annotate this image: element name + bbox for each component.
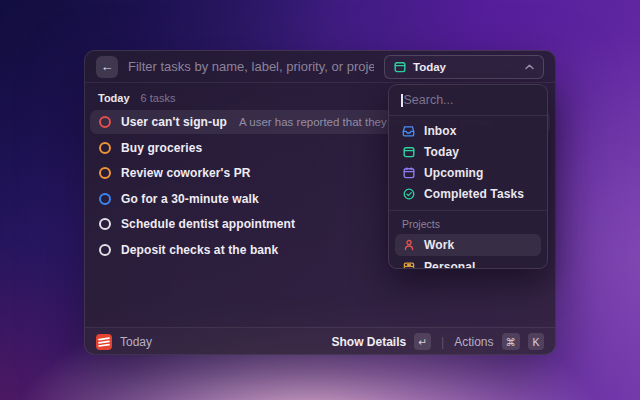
dropdown-search-placeholder: Search... [404, 93, 454, 107]
menu-item-label: Today [424, 145, 459, 159]
dropdown-search-input[interactable]: Search... [389, 85, 547, 116]
actions-button[interactable]: Actions [454, 335, 493, 349]
menu-item-today[interactable]: Today [395, 142, 541, 162]
section-title: Today [98, 92, 130, 104]
menu-item-label: Personal [424, 260, 476, 269]
person-icon [402, 239, 415, 251]
show-details-button[interactable]: Show Details [332, 335, 407, 349]
box-icon [402, 261, 415, 269]
task-title: Buy groceries [121, 141, 202, 155]
section-count: 6 tasks [141, 92, 176, 104]
priority-circle-icon [99, 193, 111, 205]
priority-circle-icon [99, 244, 111, 256]
view-dropdown-button[interactable]: Today [384, 55, 544, 79]
k-key-badge: K [528, 333, 544, 350]
inbox-icon [402, 125, 415, 137]
menu-item-personal[interactable]: Personal [395, 257, 541, 269]
task-title: Go for a 30-minute walk [121, 192, 259, 206]
priority-circle-icon [99, 116, 111, 128]
menu-item-upcoming[interactable]: Upcoming [395, 163, 541, 183]
calendar-today-icon [394, 61, 406, 73]
priority-circle-icon [99, 142, 111, 154]
menu-item-label: Inbox [424, 124, 457, 138]
calendar-today-icon [402, 146, 415, 158]
task-title: User can't sign-up [121, 115, 227, 129]
desktop-background: ← Today Today [0, 0, 640, 400]
menu-item-label: Completed Tasks [424, 187, 524, 201]
cmd-key-badge: ⌘ [502, 333, 521, 350]
todoist-logo-icon [96, 334, 112, 350]
menu-item-label: Upcoming [424, 166, 483, 180]
back-button[interactable]: ← [96, 56, 118, 78]
task-title: Deposit checks at the bank [121, 243, 278, 257]
check-circle-icon [402, 188, 415, 200]
menu-item-completed-tasks[interactable]: Completed Tasks [395, 184, 541, 204]
footer-divider: | [439, 335, 446, 349]
task-title: Review coworker's PR [121, 166, 251, 180]
priority-circle-icon [99, 167, 111, 179]
back-arrow-icon: ← [101, 60, 114, 73]
return-key-badge: ↵ [414, 333, 431, 350]
projects-section-label: Projects [389, 211, 547, 234]
dropdown-view-items: Inbox Today [389, 116, 547, 207]
menu-item-inbox[interactable]: Inbox [395, 121, 541, 141]
window-topbar: ← Today [85, 51, 555, 83]
chevron-up-icon [525, 64, 534, 70]
dropdown-project-items: Work Personal [389, 234, 547, 269]
task-title: Schedule dentist appointment [121, 217, 295, 231]
text-cursor [401, 94, 403, 107]
footer-context-label: Today [120, 335, 152, 349]
menu-item-work[interactable]: Work [395, 234, 541, 256]
filter-tasks-input[interactable] [128, 59, 374, 74]
window-footer: Today Show Details ↵ | Actions ⌘ K [85, 327, 555, 355]
calendar-upcoming-icon [402, 167, 415, 179]
view-dropdown-label: Today [413, 61, 446, 73]
menu-item-label: Work [424, 238, 454, 252]
view-dropdown-menu: Search... Inbox Toda [388, 84, 548, 269]
priority-circle-icon [99, 218, 111, 230]
